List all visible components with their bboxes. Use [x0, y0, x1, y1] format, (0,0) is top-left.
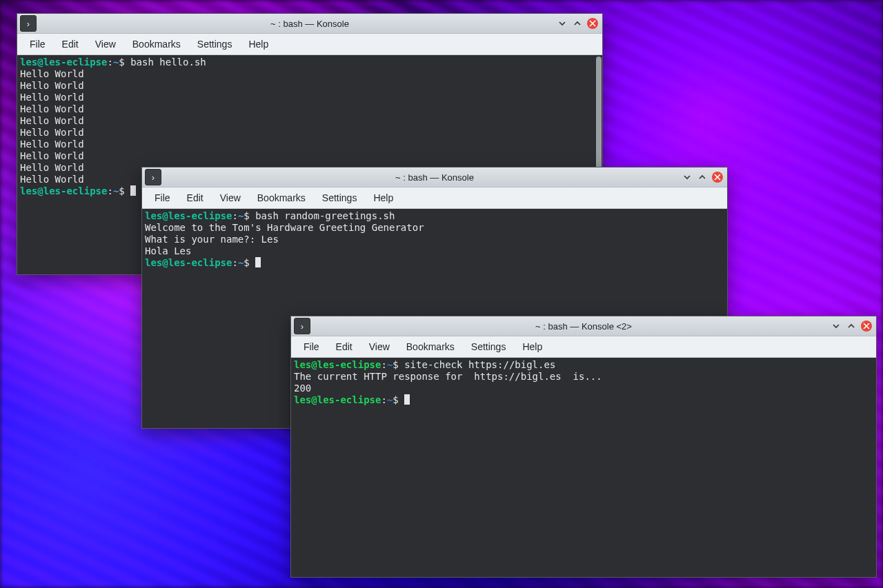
- command-text: bash hello.sh: [125, 57, 206, 68]
- menu-edit[interactable]: Edit: [54, 36, 87, 52]
- output-line: 200: [294, 383, 311, 394]
- prompt-symbol: $: [119, 57, 124, 68]
- minimize-button[interactable]: [557, 18, 568, 29]
- menu-help[interactable]: Help: [514, 338, 550, 355]
- cursor-icon: [255, 257, 261, 267]
- output-line: Hello World: [20, 174, 84, 185]
- output-line: Hello World: [20, 115, 84, 126]
- menu-view[interactable]: View: [361, 338, 398, 355]
- output-line: Hello World: [20, 103, 84, 114]
- prompt-symbol: $: [119, 185, 124, 196]
- menu-file[interactable]: File: [295, 338, 328, 355]
- output-line: Hello World: [20, 150, 84, 161]
- prompt-userhost: les@les-eclipse: [20, 185, 107, 196]
- output-line: Welcome to the Tom's Hardware Greeting G…: [145, 222, 424, 233]
- titlebar[interactable]: › ~ : bash — Konsole: [17, 14, 602, 34]
- prompt-userhost: les@les-eclipse: [145, 257, 232, 268]
- output-line: Hello World: [20, 139, 84, 150]
- command-text: site-check https://bigl.es: [399, 359, 556, 370]
- menu-settings[interactable]: Settings: [189, 36, 241, 52]
- command-text: bash random-greetings.sh: [250, 210, 395, 221]
- menu-file[interactable]: File: [146, 190, 179, 206]
- minimize-button[interactable]: [682, 172, 693, 183]
- prompt-userhost: les@les-eclipse: [294, 359, 381, 370]
- output-line: The current HTTP response for https://bi…: [294, 371, 602, 382]
- close-button[interactable]: [587, 18, 598, 29]
- prompt-userhost: les@les-eclipse: [20, 57, 107, 68]
- menubar: File Edit View Bookmarks Settings Help: [142, 187, 727, 209]
- menu-edit[interactable]: Edit: [179, 190, 212, 206]
- titlebar[interactable]: › ~ : bash — Konsole: [142, 168, 727, 187]
- close-button[interactable]: [712, 172, 723, 183]
- menubar: File Edit View Bookmarks Settings Help: [17, 34, 602, 55]
- prompt-symbol: $: [393, 359, 398, 370]
- output-line: Hola Les: [145, 245, 191, 256]
- prompt-userhost: les@les-eclipse: [145, 210, 232, 221]
- menu-bookmarks[interactable]: Bookmarks: [249, 190, 314, 206]
- menu-edit[interactable]: Edit: [328, 338, 361, 355]
- output-line: What is your name?: Les: [145, 234, 279, 245]
- prompt-symbol: $: [244, 257, 249, 268]
- cursor-icon: [130, 185, 136, 196]
- terminal-area[interactable]: les@les-eclipse:~$ site-check https://bi…: [291, 358, 876, 577]
- cursor-icon: [404, 394, 410, 405]
- window-title: ~ : bash — Konsole: [270, 19, 349, 29]
- window-title: ~ : bash — Konsole <2>: [535, 321, 632, 332]
- prompt-symbol: $: [244, 210, 249, 221]
- menu-view[interactable]: View: [212, 190, 249, 206]
- menu-help[interactable]: Help: [365, 190, 401, 206]
- menu-view[interactable]: View: [87, 36, 124, 52]
- menu-file[interactable]: File: [21, 36, 54, 52]
- output-line: Hello World: [20, 68, 84, 79]
- output-line: Hello World: [20, 80, 84, 91]
- maximize-button[interactable]: [846, 321, 857, 332]
- app-icon: ›: [20, 15, 37, 32]
- menu-help[interactable]: Help: [240, 36, 277, 52]
- menubar: File Edit View Bookmarks Settings Help: [291, 336, 876, 358]
- maximize-button[interactable]: [572, 18, 583, 29]
- output-line: Hello World: [20, 162, 84, 173]
- app-icon: ›: [294, 318, 310, 334]
- output-line: Hello World: [20, 92, 84, 103]
- titlebar[interactable]: › ~ : bash — Konsole <2>: [291, 316, 876, 336]
- minimize-button[interactable]: [831, 321, 842, 332]
- prompt-symbol: $: [393, 394, 398, 405]
- window-title: ~ : bash — Konsole: [395, 172, 474, 183]
- menu-bookmarks[interactable]: Bookmarks: [398, 338, 463, 355]
- maximize-button[interactable]: [697, 172, 708, 183]
- prompt-userhost: les@les-eclipse: [294, 394, 381, 405]
- menu-bookmarks[interactable]: Bookmarks: [124, 36, 189, 52]
- terminal-output[interactable]: les@les-eclipse:~$ site-check https://bi…: [291, 358, 876, 577]
- menu-settings[interactable]: Settings: [314, 190, 366, 206]
- close-button[interactable]: [861, 321, 872, 332]
- output-line: Hello World: [20, 127, 84, 138]
- app-icon: ›: [145, 169, 161, 185]
- menu-settings[interactable]: Settings: [463, 338, 515, 355]
- konsole-window-3: › ~ : bash — Konsole <2> File Edit View …: [290, 316, 877, 578]
